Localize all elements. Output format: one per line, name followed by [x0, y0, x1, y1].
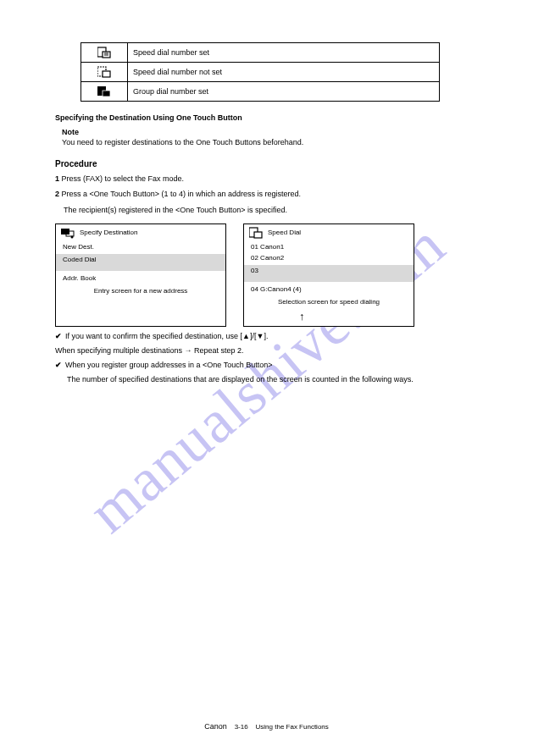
device-screen-right: Speed Dial 01 Canon1 02 Canon2 03 04 G:C…	[243, 223, 414, 327]
box-caption: Entry screen for a new address	[56, 287, 225, 295]
cell: Group dial number set	[128, 82, 440, 102]
device-screen-left: Specify Destination New Dest. Coded Dial…	[55, 223, 226, 327]
tip-row: ✔When you register group addresses in a …	[55, 361, 478, 369]
note: NoteYou need to register destinations to…	[62, 127, 478, 147]
fax-icon	[61, 227, 75, 239]
speed-dial-set-icon	[97, 47, 111, 58]
tip-row: ✔If you want to confirm the specified de…	[55, 332, 478, 340]
table-row: Speed dial number set	[81, 43, 440, 63]
step-text: The recipient(s) registered in the <One …	[64, 205, 478, 215]
svg-rect-12	[254, 232, 262, 238]
section-heading: Specifying the Destination Using One Tou…	[55, 113, 478, 122]
svg-rect-7	[103, 91, 110, 97]
cell: Speed dial number not set	[128, 63, 440, 82]
procedure-heading: Procedure	[55, 159, 478, 168]
step-text: 1 Press (FAX) to select the Fax mode.	[55, 174, 478, 184]
cell: Speed dial number set	[128, 43, 440, 63]
arrow-up-icon: ↑	[299, 310, 305, 323]
icon-table: Speed dial number set Speed dial number …	[81, 42, 440, 102]
speed-dial-set-icon	[249, 227, 263, 239]
box-caption: Selection screen for speed dialing	[244, 298, 414, 306]
svg-rect-5	[103, 71, 110, 77]
body-text: When specifying multiple destinations → …	[55, 345, 478, 356]
table-row: Speed dial number not set	[81, 63, 440, 82]
body-text: The number of specified destinations tha…	[67, 374, 478, 384]
screenshot-row: Specify Destination New Dest. Coded Dial…	[55, 223, 478, 327]
group-dial-icon	[97, 86, 111, 97]
speed-dial-unset-icon	[97, 66, 111, 78]
step-text: 2 Press a <One Touch Button> (1 to 4) in…	[55, 189, 478, 199]
page-footer: Canon 3-16 Using the Fax Functions	[0, 722, 533, 731]
table-row: Group dial number set	[81, 82, 440, 102]
svg-point-10	[71, 235, 74, 238]
